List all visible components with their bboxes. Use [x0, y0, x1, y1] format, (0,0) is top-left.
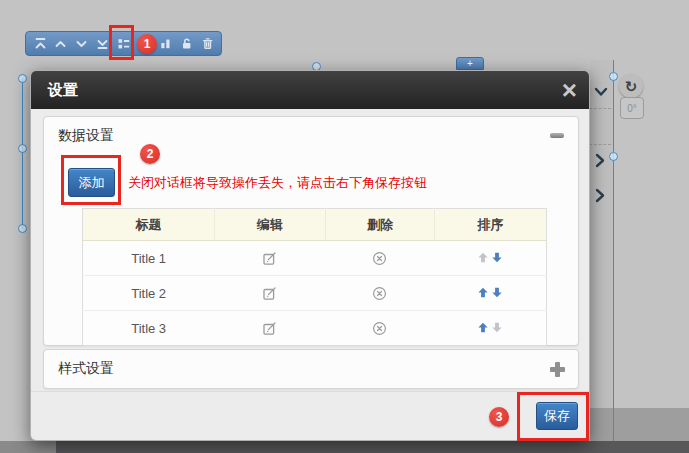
row-title: Title 2 — [83, 276, 215, 311]
table-row: Title 3 — [83, 311, 547, 346]
selection-border-right — [613, 60, 614, 441]
sort-down-icon[interactable] — [492, 287, 502, 298]
table-row: Title 1 — [83, 241, 547, 276]
data-table-body: Title 1 — [83, 241, 547, 346]
style-settings-panel-header[interactable]: 样式设置 — [44, 350, 578, 385]
annotation-box-step1 — [109, 25, 134, 60]
trash-icon[interactable] — [200, 37, 214, 51]
selection-handle-mid-left[interactable] — [18, 144, 27, 153]
delete-icon[interactable] — [372, 251, 387, 266]
add-element-button-background[interactable]: + — [456, 57, 484, 70]
delete-icon[interactable] — [372, 321, 387, 336]
annotation-box-step2 — [61, 155, 121, 205]
move-up-icon[interactable] — [54, 37, 68, 51]
annotation-badge-1: 1 — [137, 34, 157, 54]
screen: + ↻ 0° 设置 × 数据设置 添加 关闭对话框将导致操作丢失，请点击右下角保… — [0, 0, 689, 453]
sort-up-icon[interactable] — [478, 252, 488, 263]
table-row: Title 2 — [83, 276, 547, 311]
sort-controls — [478, 287, 502, 298]
annotation-box-step3 — [517, 392, 589, 441]
background-panel-column — [590, 60, 613, 441]
selection-handle-bottom-left[interactable] — [18, 224, 27, 233]
settings-dialog: 设置 × 数据设置 添加 关闭对话框将导致操作丢失，请点击右下角保存按钮 标题 … — [30, 70, 590, 441]
selection-border-left — [22, 78, 23, 229]
data-settings-panel-header[interactable]: 数据设置 — [44, 117, 578, 152]
background-shade-right — [590, 408, 689, 441]
edit-icon[interactable] — [262, 286, 277, 301]
data-settings-title: 数据设置 — [58, 117, 114, 154]
data-table-head: 标题 编辑 删除 排序 — [83, 209, 547, 241]
column-header-sort: 排序 — [435, 209, 547, 241]
lock-icon[interactable] — [179, 37, 193, 51]
column-header-edit: 编辑 — [214, 209, 325, 241]
dialog-header[interactable]: 设置 × — [31, 71, 589, 109]
edit-icon[interactable] — [262, 251, 277, 266]
move-down-icon[interactable] — [75, 37, 89, 51]
selection-handle-top-left[interactable] — [18, 74, 27, 83]
sort-up-icon[interactable] — [478, 287, 488, 298]
collapse-minus-icon[interactable] — [550, 133, 564, 138]
warning-text: 关闭对话框将导致操作丢失，请点击右下角保存按钮 — [128, 174, 427, 192]
sort-controls — [478, 252, 502, 263]
style-settings-panel: 样式设置 — [43, 349, 579, 389]
style-settings-title: 样式设置 — [58, 350, 114, 387]
data-settings-panel: 数据设置 添加 关闭对话框将导致操作丢失，请点击右下角保存按钮 标题 编辑 删除… — [43, 116, 579, 346]
close-icon[interactable]: × — [562, 74, 577, 106]
chevron-right-icon[interactable] — [594, 153, 606, 172]
data-table: 标题 编辑 删除 排序 Title 1 — [82, 208, 547, 346]
rotate-icon[interactable]: ↻ — [619, 74, 643, 98]
bar-chart-icon[interactable] — [158, 37, 172, 51]
move-to-bottom-icon[interactable] — [96, 37, 110, 51]
sort-controls — [478, 322, 502, 333]
move-to-top-icon[interactable] — [33, 37, 47, 51]
dialog-title: 设置 — [48, 71, 78, 109]
annotation-badge-2: 2 — [140, 144, 160, 164]
delete-icon[interactable] — [372, 286, 387, 301]
row-title: Title 1 — [83, 241, 215, 276]
edit-icon[interactable] — [262, 321, 277, 336]
row-title: Title 3 — [83, 311, 215, 346]
add-row: 添加 关闭对话框将导致操作丢失，请点击右下角保存按钮 — [68, 168, 427, 197]
selection-handle-mid-right[interactable] — [609, 152, 618, 161]
expand-plus-icon[interactable] — [550, 362, 565, 377]
annotation-badge-3: 3 — [489, 407, 509, 427]
rotation-degree-badge: 0° — [620, 97, 644, 119]
sort-down-icon[interactable] — [492, 322, 502, 333]
sort-up-icon[interactable] — [478, 322, 488, 333]
selection-handle-top-right[interactable] — [609, 72, 618, 81]
background-bottom-bar-left — [0, 441, 56, 453]
chevron-down-icon[interactable] — [594, 84, 608, 102]
sort-down-icon[interactable] — [492, 252, 502, 263]
column-header-title: 标题 — [83, 209, 215, 241]
column-header-delete: 删除 — [325, 209, 435, 241]
background-bottom-bar — [0, 441, 689, 453]
chevron-right-icon[interactable] — [594, 188, 606, 207]
